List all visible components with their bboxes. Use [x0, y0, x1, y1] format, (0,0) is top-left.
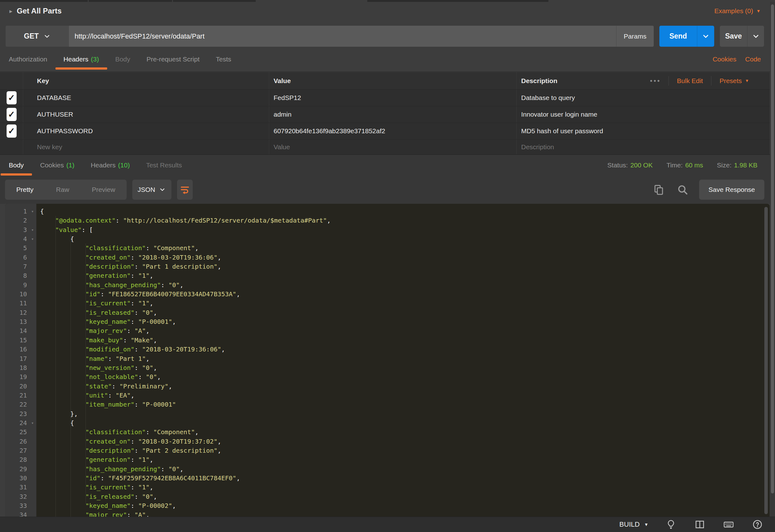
- request-tabs: Authorization Headers(3) Body Pre-reques…: [0, 47, 775, 72]
- save-response-button[interactable]: Save Response: [699, 180, 764, 200]
- params-button[interactable]: Params: [616, 26, 654, 47]
- send-button[interactable]: Send: [659, 26, 714, 47]
- examples-dropdown[interactable]: Examples (0) ▼: [714, 7, 761, 15]
- line-number: 17: [5, 354, 36, 363]
- window-scrollbar-thumb[interactable]: [771, 4, 774, 493]
- help-button[interactable]: [751, 518, 764, 531]
- tab-response-cookies[interactable]: Cookies(1): [32, 155, 83, 175]
- row-checkbox[interactable]: [7, 108, 17, 121]
- wrap-lines-button[interactable]: [177, 180, 193, 200]
- code-line: "created_on": "2018-03-20T19:37:02",: [40, 437, 770, 446]
- value-cell[interactable]: FedSP12: [269, 90, 517, 106]
- code-line: "new_version": "0",: [40, 363, 770, 373]
- search-icon: [677, 184, 688, 195]
- format-select[interactable]: JSON: [132, 180, 171, 200]
- method-select[interactable]: GET: [6, 26, 69, 47]
- tab-headers[interactable]: Headers(3): [55, 47, 107, 71]
- key-cell[interactable]: AUTHUSER: [23, 106, 269, 122]
- chevron-down-icon: ▼: [644, 522, 648, 527]
- tab-body[interactable]: Body: [107, 47, 138, 71]
- code-line: "name": "Part 1",: [40, 354, 770, 363]
- pretty-button[interactable]: Pretty: [5, 186, 45, 193]
- line-number[interactable]: 1: [5, 207, 36, 216]
- tab-pre-request-script[interactable]: Pre-request Script: [138, 47, 208, 71]
- key-cell[interactable]: AUTHPASSWORD: [23, 123, 269, 139]
- line-number: 20: [5, 382, 36, 391]
- value-cell[interactable]: admin: [269, 106, 517, 122]
- window-scrollbar[interactable]: [770, 2, 775, 517]
- keyboard-icon: [723, 519, 734, 530]
- description-cell[interactable]: Database to query: [517, 90, 770, 106]
- search-response-button[interactable]: [675, 182, 690, 197]
- status-badge: Status:200 OK: [607, 161, 653, 169]
- raw-button[interactable]: Raw: [45, 186, 81, 193]
- url-value: http://localhost/FedSP12/server/odata/Pa…: [75, 32, 205, 40]
- presets-dropdown[interactable]: Presets▼: [711, 77, 757, 85]
- word-wrap-icon: [180, 185, 190, 195]
- new-key-input[interactable]: New key: [23, 139, 269, 154]
- preview-button[interactable]: Preview: [81, 186, 127, 193]
- send-options-button[interactable]: [697, 26, 714, 47]
- key-cell[interactable]: DATABASE: [23, 90, 269, 106]
- response-scrollbar[interactable]: [764, 207, 768, 514]
- save-options-button[interactable]: [747, 26, 764, 47]
- line-number[interactable]: 3: [5, 225, 36, 234]
- request-name: Get All Parts: [17, 7, 62, 15]
- line-number: 30: [5, 474, 36, 483]
- tips-button[interactable]: [665, 518, 677, 531]
- two-pane-view-button[interactable]: [694, 518, 706, 531]
- line-number: 31: [5, 483, 36, 492]
- line-number[interactable]: 4: [5, 234, 36, 243]
- code-lines: { "@odata.context": "http://localhost/Fe…: [40, 207, 770, 517]
- line-number: 5: [5, 243, 36, 253]
- tab-response-headers[interactable]: Headers(10): [82, 155, 138, 175]
- bulk-edit-button[interactable]: Bulk Edit: [669, 77, 711, 85]
- code-line: "is_current": "1",: [40, 483, 770, 492]
- line-number: 11: [5, 299, 36, 308]
- send-label[interactable]: Send: [659, 26, 697, 47]
- column-key: Key: [23, 72, 269, 89]
- code-line: "make_buy": "Make",: [40, 336, 770, 345]
- line-number: 10: [5, 290, 36, 299]
- code-line: "keyed_name": "P-00002",: [40, 501, 770, 510]
- value-cell[interactable]: 607920b64fe136f9ab2389e371852af2: [269, 123, 517, 139]
- more-options-icon[interactable]: •••: [642, 77, 668, 85]
- code-line: "description": "Part 2 description",: [40, 446, 770, 455]
- tab-test-results[interactable]: Test Results: [138, 155, 190, 175]
- code-line: "@odata.context": "http://localhost/FedS…: [40, 216, 770, 225]
- line-numbers: 1234567891011121314151617181920212223242…: [5, 204, 36, 517]
- row-checkbox[interactable]: [7, 91, 17, 104]
- headers-count-badge: (3): [91, 55, 99, 63]
- copy-response-button[interactable]: [652, 182, 666, 197]
- new-value-input[interactable]: Value: [269, 139, 517, 154]
- code-link[interactable]: Code: [745, 55, 761, 63]
- description-cell[interactable]: Innovator user login name: [517, 106, 770, 122]
- tab-response-body[interactable]: Body: [1, 155, 32, 175]
- shortcuts-button[interactable]: [722, 518, 735, 531]
- code-line: "not_lockable": "0",: [40, 373, 770, 382]
- cookies-link[interactable]: Cookies: [713, 55, 736, 63]
- tab-authorization[interactable]: Authorization: [1, 47, 55, 71]
- line-number: 33: [5, 501, 36, 510]
- tab-tests[interactable]: Tests: [208, 47, 239, 71]
- line-number: 18: [5, 363, 36, 373]
- build-selector[interactable]: BUILD ▼: [619, 520, 648, 529]
- line-number: 9: [5, 281, 36, 290]
- url-input[interactable]: http://localhost/FedSP12/server/odata/Pa…: [69, 26, 616, 47]
- split-pane-icon: [694, 519, 705, 530]
- code-line: "major_rev": "A",: [40, 510, 770, 517]
- headers-table-header: Key Value Description ••• Bulk Edit Pres…: [0, 72, 770, 90]
- line-number: 26: [5, 437, 36, 446]
- description-cell[interactable]: MD5 hash of user password: [517, 123, 770, 139]
- line-number: 23: [5, 410, 36, 419]
- code-pane[interactable]: { "@odata.context": "http://localhost/Fe…: [36, 204, 770, 517]
- line-number[interactable]: 24: [5, 419, 36, 428]
- row-checkbox[interactable]: [7, 124, 17, 138]
- save-button[interactable]: Save: [720, 26, 764, 47]
- collapse-caret-icon[interactable]: ▸: [9, 8, 13, 15]
- save-label[interactable]: Save: [720, 26, 747, 47]
- response-body-viewer: 1234567891011121314151617181920212223242…: [5, 204, 770, 517]
- line-number: 29: [5, 465, 36, 474]
- new-description-input[interactable]: Description: [517, 139, 770, 154]
- column-value: Value: [269, 72, 517, 89]
